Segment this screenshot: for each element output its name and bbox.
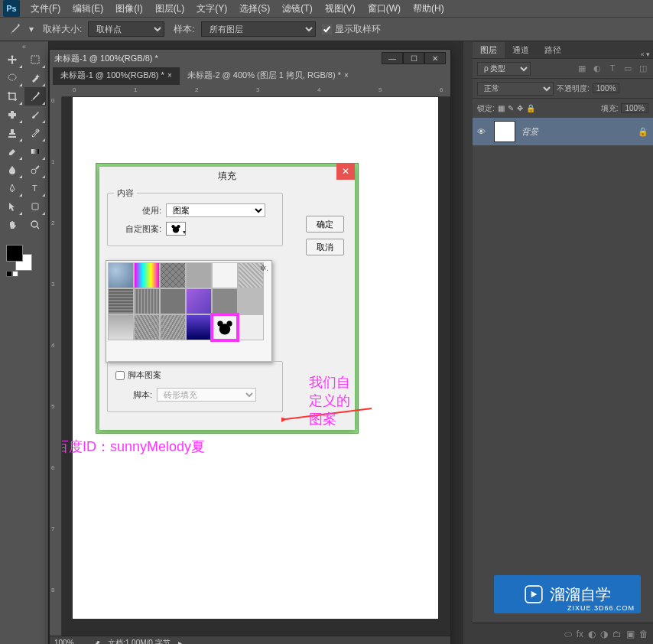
dodge-tool[interactable] <box>24 161 46 179</box>
pattern-swatch[interactable] <box>134 262 160 288</box>
use-select[interactable]: 图案 <box>166 203 265 217</box>
heal-tool[interactable] <box>2 106 23 124</box>
document-titlebar[interactable]: 未标题-1 @ 100%(RGB/8) * — ☐ ✕ <box>50 50 450 67</box>
blur-tool[interactable] <box>2 161 23 179</box>
pattern-swatch[interactable] <box>160 288 186 314</box>
expand-icon[interactable]: ⬈ <box>94 639 100 644</box>
ruler-horizontal[interactable]: 0 1 2 3 4 5 6 <box>62 85 450 97</box>
menu-view[interactable]: 视图(V) <box>319 1 362 17</box>
pattern-swatch[interactable] <box>238 314 264 340</box>
hand-tool[interactable] <box>2 216 23 234</box>
layer-kind-filter[interactable]: ρ 类型 <box>477 62 531 76</box>
menu-edit[interactable]: 编辑(E) <box>67 1 109 17</box>
tab-paths[interactable]: 路径 <box>537 42 569 58</box>
layer-mask-icon[interactable]: ◐ <box>588 629 596 639</box>
gradient-tool[interactable] <box>24 142 46 161</box>
blend-mode-select[interactable]: 正常 <box>477 82 554 96</box>
lasso-tool[interactable] <box>2 69 23 87</box>
filter-pixel-icon[interactable]: ▦ <box>577 63 587 73</box>
pattern-swatch[interactable] <box>160 262 186 288</box>
pattern-swatch[interactable] <box>108 314 134 340</box>
opacity-value[interactable]: 100% <box>593 83 620 93</box>
crop-tool[interactable] <box>2 87 23 106</box>
panel-menu-icon[interactable]: « ▾ <box>640 50 650 58</box>
filter-type-icon[interactable]: T <box>607 63 618 73</box>
show-ring-input[interactable] <box>322 24 332 34</box>
pen-tool[interactable] <box>2 179 23 197</box>
show-ring-checkbox[interactable]: 显示取样环 <box>322 23 381 36</box>
maximize-button[interactable]: ☐ <box>403 52 424 64</box>
layer-row-background[interactable]: 👁 背景 🔒 <box>473 118 653 145</box>
menu-layer[interactable]: 图层(L) <box>149 1 191 17</box>
menu-image[interactable]: 图像(I) <box>109 1 148 17</box>
pattern-swatch[interactable] <box>212 288 238 314</box>
wand-tool[interactable] <box>24 69 46 87</box>
layer-name[interactable]: 背景 <box>521 126 538 138</box>
layer-style-icon[interactable]: fx <box>577 629 583 639</box>
filter-adjust-icon[interactable]: ◐ <box>592 63 603 73</box>
pattern-swatch-custom[interactable] <box>212 314 238 340</box>
pattern-swatch[interactable] <box>108 288 134 314</box>
gear-icon[interactable]: ✲. <box>260 264 268 272</box>
dialog-close-button[interactable]: ✕ <box>336 163 355 180</box>
menu-select[interactable]: 选择(S) <box>233 1 276 17</box>
script-pattern-checkbox[interactable]: 脚本图案 <box>115 369 275 381</box>
filter-shape-icon[interactable]: ▭ <box>622 63 633 73</box>
minimize-button[interactable]: — <box>382 52 403 64</box>
tab-channels[interactable]: 通道 <box>505 42 537 58</box>
visibility-toggle-icon[interactable]: 👁 <box>477 127 488 136</box>
close-button[interactable]: ✕ <box>424 52 446 64</box>
tab-close-icon[interactable]: × <box>344 71 349 80</box>
pattern-swatch[interactable] <box>160 314 186 340</box>
delete-layer-icon[interactable]: 🗑 <box>639 629 648 639</box>
new-layer-icon[interactable]: ▣ <box>626 629 635 639</box>
lock-all-icon[interactable]: 🔒 <box>526 104 535 112</box>
pattern-swatch[interactable] <box>238 288 264 314</box>
layer-thumbnail[interactable] <box>494 121 515 142</box>
pattern-preview-dropdown[interactable] <box>166 222 186 236</box>
document-tab-1[interactable]: 未标题-1 @ 100%(RGB/8) *× <box>53 67 180 85</box>
ruler-vertical[interactable]: 0 1 2 3 4 5 6 7 8 <box>50 97 62 636</box>
shape-tool[interactable] <box>24 197 46 216</box>
adjustment-layer-icon[interactable]: ◑ <box>600 629 608 639</box>
foreground-color-swatch[interactable] <box>6 245 23 262</box>
zoom-level[interactable]: 100% <box>54 639 86 644</box>
menu-window[interactable]: 窗口(W) <box>362 1 407 17</box>
history-brush-tool[interactable] <box>24 124 46 142</box>
fill-value[interactable]: 100% <box>621 103 648 113</box>
filter-smart-icon[interactable]: ◫ <box>638 63 648 73</box>
canvas[interactable]: 填充 ✕ 确定 取消 内容 <box>62 97 450 636</box>
pattern-swatch[interactable] <box>186 262 212 288</box>
pattern-swatch[interactable] <box>186 314 212 340</box>
sample-select[interactable]: 所有图层 <box>201 21 316 37</box>
pattern-swatch[interactable] <box>134 288 160 314</box>
pattern-swatch[interactable] <box>212 262 238 288</box>
pattern-swatch[interactable] <box>108 262 134 288</box>
move-tool[interactable] <box>2 50 23 69</box>
document-tab-2[interactable]: 未标题-2 @ 400% (图层 1 拷贝, RGB/8) *× <box>180 67 356 85</box>
type-tool[interactable]: T <box>24 179 46 197</box>
menu-help[interactable]: 帮助(H) <box>407 1 450 17</box>
menu-type[interactable]: 文字(Y) <box>190 1 233 17</box>
lock-position-icon[interactable]: ✥ <box>517 104 523 112</box>
pattern-swatch[interactable] <box>134 314 160 340</box>
brush-tool[interactable] <box>24 106 46 124</box>
menu-file[interactable]: 文件(F) <box>24 1 67 17</box>
tab-layers[interactable]: 图层 <box>473 42 505 58</box>
link-layers-icon[interactable]: ⬭ <box>564 629 572 639</box>
lock-transparent-icon[interactable]: ▦ <box>498 104 505 112</box>
marquee-tool[interactable] <box>24 50 46 69</box>
color-swatches[interactable] <box>2 242 47 280</box>
stamp-tool[interactable] <box>2 124 23 142</box>
cancel-button[interactable]: 取消 <box>306 239 344 255</box>
dialog-titlebar[interactable]: 填充 ✕ <box>99 167 355 185</box>
path-select-tool[interactable] <box>2 197 23 216</box>
lock-paint-icon[interactable]: ✎ <box>508 104 514 112</box>
ok-button[interactable]: 确定 <box>306 216 344 233</box>
eyedropper-tool[interactable] <box>24 87 46 106</box>
chevron-right-icon[interactable]: ▸ <box>178 639 182 644</box>
sample-size-select[interactable]: 取样点 <box>88 21 164 37</box>
new-group-icon[interactable]: 🗀 <box>612 629 622 639</box>
pattern-swatch[interactable] <box>186 288 212 314</box>
zoom-tool[interactable] <box>24 216 46 234</box>
